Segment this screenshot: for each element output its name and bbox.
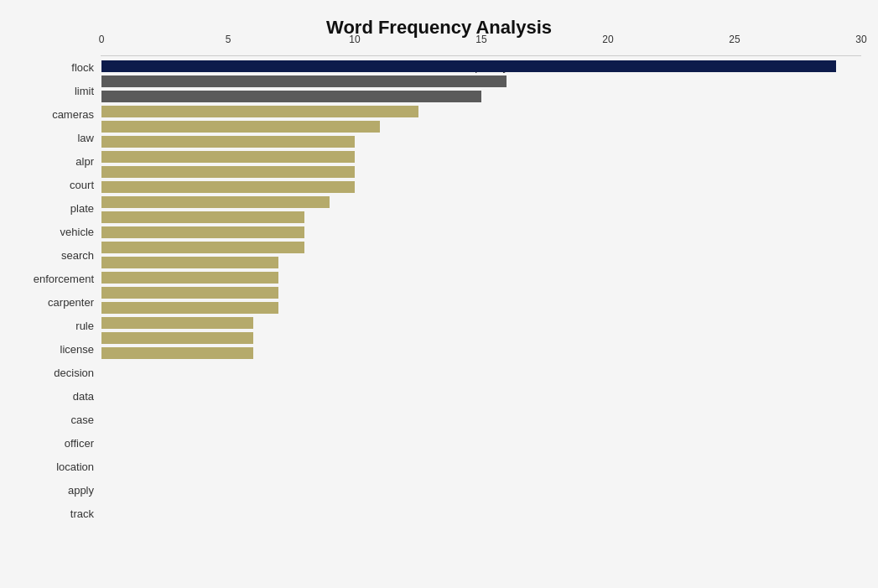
y-label-case: case: [71, 414, 94, 425]
bar-row-flock: [101, 59, 861, 74]
bar-location: [101, 317, 253, 329]
y-label-rule: rule: [75, 320, 94, 331]
y-label-limit: limit: [75, 86, 94, 96]
bar-rule: [101, 226, 304, 238]
y-label-apply: apply: [68, 485, 94, 496]
bar-row-limit: [101, 74, 861, 89]
y-label-plate: plate: [70, 203, 94, 214]
bar-row-alpr: [101, 119, 861, 134]
bar-row-search: [101, 180, 861, 195]
bar-row-rule: [101, 225, 861, 240]
bar-row-law: [101, 104, 861, 119]
bar-license: [101, 242, 304, 253]
x-axis: 051015202530: [101, 30, 861, 55]
y-label-officer: officer: [65, 438, 94, 449]
x-tick-25: 25: [729, 34, 740, 45]
bar-row-location: [101, 315, 861, 330]
bar-enforcement: [101, 196, 330, 208]
y-axis: flocklimitcameraslawalprcourtplatevehicl…: [17, 55, 101, 526]
y-label-location: location: [56, 461, 94, 472]
x-tick-20: 20: [602, 34, 613, 45]
y-label-track: track: [70, 508, 94, 519]
bar-track: [101, 347, 253, 359]
bar-row-plate: [101, 149, 861, 164]
bar-row-license: [101, 240, 861, 255]
bar-row-case: [101, 285, 861, 300]
bar-plate: [101, 151, 355, 163]
y-label-court: court: [70, 180, 94, 190]
y-label-law: law: [77, 133, 94, 143]
bar-row-decision: [101, 255, 861, 270]
bar-officer: [101, 302, 278, 314]
bar-case: [101, 287, 278, 299]
chart-container: Word Frequency Analysis flocklimitcamera…: [0, 0, 878, 588]
y-label-license: license: [60, 344, 94, 355]
bar-row-apply: [101, 330, 861, 346]
bar-row-data: [101, 270, 861, 285]
x-tick-10: 10: [349, 34, 360, 45]
bar-vehicle: [101, 166, 355, 178]
x-tick-5: 5: [226, 34, 231, 45]
bar-apply: [101, 332, 253, 344]
y-label-data: data: [73, 391, 94, 402]
y-label-carpenter: carpenter: [48, 297, 94, 308]
bar-limit: [101, 75, 507, 87]
plot-area: 051015202530: [101, 55, 861, 56]
bar-alpr: [101, 121, 380, 133]
y-label-decision: decision: [54, 367, 94, 378]
y-label-cameras: cameras: [52, 109, 94, 120]
y-label-enforcement: enforcement: [34, 273, 94, 284]
bar-decision: [101, 257, 278, 268]
bar-row-track: [101, 346, 861, 361]
bar-row-carpenter: [101, 210, 861, 225]
x-tick-0: 0: [99, 34, 105, 45]
y-label-flock: flock: [71, 62, 94, 73]
y-label-vehicle: vehicle: [60, 226, 94, 237]
bar-row-officer: [101, 300, 861, 315]
bar-row-vehicle: [101, 164, 861, 180]
bar-carpenter: [101, 211, 304, 223]
x-tick-15: 15: [475, 34, 486, 45]
x-tick-30: 30: [855, 34, 866, 45]
bar-row-court: [101, 134, 861, 149]
bar-court: [101, 136, 355, 148]
y-label-search: search: [61, 250, 94, 261]
bar-search: [101, 181, 355, 193]
y-label-alpr: alpr: [75, 156, 94, 167]
chart-area: flocklimitcameraslawalprcourtplatevehicl…: [17, 55, 861, 526]
bar-cameras: [101, 91, 481, 102]
bar-data: [101, 272, 278, 284]
bar-row-enforcement: [101, 195, 861, 210]
bar-row-cameras: [101, 89, 861, 104]
bar-law: [101, 106, 418, 117]
plot-wrapper: 051015202530 Frequency: [101, 55, 861, 526]
bars-container: [101, 55, 861, 62]
bar-flock: [101, 60, 836, 72]
